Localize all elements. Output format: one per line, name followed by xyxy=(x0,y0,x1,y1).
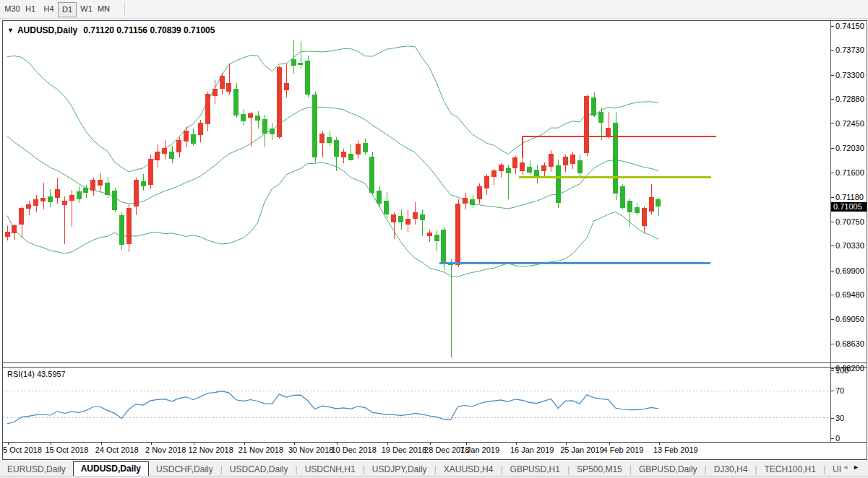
candle-body xyxy=(420,214,425,220)
price-axis-label: 0.73300 xyxy=(835,71,864,79)
timeframe-button-d1[interactable]: D1 xyxy=(58,2,77,17)
candle-body xyxy=(512,157,517,168)
date-axis-tick xyxy=(609,443,610,445)
date-axis-tick xyxy=(516,443,517,445)
application-window: M30H1H4D1W1MN ▼AUDUSD,Daily0.71120 0.711… xyxy=(0,0,868,478)
chart-title: ▼AUDUSD,Daily0.71120 0.71156 0.70839 0.7… xyxy=(7,25,215,35)
candle-body xyxy=(549,154,554,167)
candle-body xyxy=(33,199,38,206)
candle-body xyxy=(620,186,625,208)
candle-body xyxy=(134,180,139,207)
price-axis-label: 0.69480 xyxy=(835,290,864,299)
main-chart-canvas[interactable] xyxy=(3,21,830,362)
candle-body xyxy=(277,67,282,136)
timeframe-button-w1[interactable]: W1 xyxy=(80,2,93,16)
date-axis-label: 4 Feb 2019 xyxy=(603,446,644,454)
candle-body xyxy=(327,137,332,143)
price-axis-label: 0.72030 xyxy=(835,144,864,152)
candle-body xyxy=(656,199,661,206)
rsi-axis-label: 30 xyxy=(835,414,844,422)
candle-body xyxy=(5,232,10,237)
candle-body xyxy=(477,186,482,199)
current-price-badge: 0.71005 xyxy=(831,202,867,212)
timeframe-button-mn[interactable]: MN xyxy=(96,2,111,16)
date-axis-label: 5 Oct 2018 xyxy=(3,446,42,454)
candle-body xyxy=(119,215,124,245)
date-axis-label: 21 Nov 2018 xyxy=(239,446,283,454)
price-axis-label: 0.72880 xyxy=(835,95,864,103)
candle-body xyxy=(520,162,525,171)
date-axis-tick xyxy=(8,443,9,445)
date-axis-label: 19 Dec 2018 xyxy=(382,446,426,454)
price-axis-tick xyxy=(831,75,834,76)
tab-usdchf-daily[interactable]: USDCHF,Daily xyxy=(149,463,220,476)
candle-body xyxy=(77,191,82,199)
rsi-canvas[interactable] xyxy=(3,367,830,442)
candle-body xyxy=(613,123,618,194)
date-axis-tick xyxy=(244,443,245,445)
candle-body xyxy=(212,89,218,96)
candle-body xyxy=(62,201,67,205)
candle-body xyxy=(570,155,575,164)
candle-body xyxy=(55,189,60,198)
candle-body xyxy=(69,195,74,201)
tab-tech100-h1[interactable]: TECH100,H1 xyxy=(757,463,823,476)
candle-body xyxy=(241,114,246,121)
tabs-scroll-left-icon[interactable]: ◄ xyxy=(842,464,853,471)
tab-eurusd-daily[interactable]: EURUSD,Daily xyxy=(0,463,73,476)
tabs-scroll-right-icon[interactable]: ► xyxy=(853,464,864,471)
date-axis-label: 10 Dec 2018 xyxy=(331,446,376,454)
date-axis-label: 24 Oct 2018 xyxy=(95,446,139,454)
tab-gbpusd-h1[interactable]: GBPUSD,H1 xyxy=(503,463,567,476)
timeframe-button-h4[interactable]: H4 xyxy=(42,2,56,16)
pane-splitter-top[interactable] xyxy=(3,362,867,363)
candle-body xyxy=(162,148,167,154)
tab-usdcad-daily[interactable]: USDCAD,Daily xyxy=(223,463,296,476)
date-axis-label: 25 Jan 2019 xyxy=(560,446,604,454)
candle-body xyxy=(463,198,468,204)
tab-xauusd-h4[interactable]: XAUUSD,H4 xyxy=(437,463,501,476)
timeframe-button-m30[interactable]: M30 xyxy=(4,2,21,16)
price-axis-tick xyxy=(831,50,834,51)
tab-gbpusd-daily[interactable]: GBPUSD,Daily xyxy=(632,463,705,476)
rsi-axis-tick xyxy=(831,418,834,419)
candle-body xyxy=(348,154,353,160)
candle-body xyxy=(220,76,225,89)
chart-dropdown-icon[interactable]: ▼ xyxy=(7,27,14,34)
candle-body xyxy=(499,165,504,172)
chart-symbol-label: AUDUSD,Daily xyxy=(17,25,77,35)
chart-window: ▼AUDUSD,Daily0.71120 0.71156 0.70839 0.7… xyxy=(2,20,867,460)
date-axis-label: 12 Nov 2018 xyxy=(188,446,233,454)
price-axis-tick xyxy=(831,319,834,320)
candle-body xyxy=(584,96,589,153)
timeframe-button-h1[interactable]: H1 xyxy=(24,2,37,16)
date-axis-tick xyxy=(466,443,467,445)
candle-body xyxy=(291,59,296,66)
timeframe-toolbar: M30H1H4D1W1MN xyxy=(0,0,868,19)
rsi-indicator-label: RSI(14) 43.5957 xyxy=(7,370,66,378)
candle-body xyxy=(341,152,346,157)
tab-audusd-daily[interactable]: AUDUSD,Daily xyxy=(73,461,149,476)
candle-body xyxy=(527,167,532,173)
tab-usdjpy-daily[interactable]: USDJPY,Daily xyxy=(365,463,434,476)
candle-body xyxy=(384,201,389,214)
candle-body xyxy=(126,208,132,244)
date-axis-tick xyxy=(51,443,51,445)
price-axis-tick xyxy=(831,148,834,149)
candle-body xyxy=(369,157,374,193)
candle-body xyxy=(226,83,231,92)
candle-body xyxy=(191,134,196,144)
price-axis-tick xyxy=(831,245,834,246)
candle-body xyxy=(198,123,203,136)
price-axis-label: 0.68630 xyxy=(835,339,864,348)
price-axis-tick xyxy=(831,222,834,222)
candle-body xyxy=(591,97,596,116)
price-axis-tick xyxy=(831,344,834,344)
tab-dj30-h4[interactable]: DJ30,H4 xyxy=(707,463,755,476)
tab-sp500-m15[interactable]: SP500,M15 xyxy=(570,463,629,476)
candle-body xyxy=(506,168,511,173)
toolbar-divider xyxy=(124,2,125,16)
tab-scroll-buttons: ◄► xyxy=(842,464,864,471)
tab-usdcnh-h1[interactable]: USDCNH,H1 xyxy=(298,463,363,476)
candle-body xyxy=(563,157,568,165)
